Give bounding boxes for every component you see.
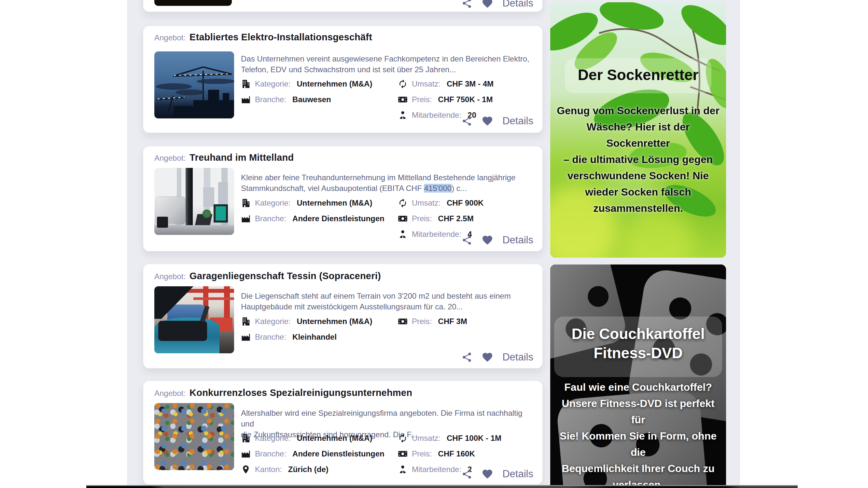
factory-icon <box>241 449 251 459</box>
listing-thumbnail <box>154 0 232 6</box>
ad-title: Die Couchkartoffel Fitness-DVD <box>550 324 726 363</box>
meta-branche: Branche: Andere Dienstleistungen <box>241 212 384 225</box>
ad-banner-sockenretter[interactable]: Der Sockenretter Genug vom Sockenverlust… <box>550 2 726 258</box>
building-icon <box>241 317 251 326</box>
offer-prefix: Angebot: <box>154 33 186 42</box>
factory-icon <box>241 332 251 342</box>
listing-actions: Details <box>461 468 533 480</box>
building-icon <box>241 198 251 208</box>
offer-prefix: Angebot: <box>154 154 186 163</box>
selection-highlight: 415'000 <box>424 184 452 193</box>
sync-arrows-icon <box>398 433 408 443</box>
heart-icon[interactable] <box>482 468 493 480</box>
heart-icon[interactable] <box>482 351 493 363</box>
listing-title: Treuhand im Mittelland <box>189 152 294 163</box>
listing-thumbnail <box>154 403 234 470</box>
banknote-icon <box>398 317 408 326</box>
heart-icon[interactable] <box>482 0 493 9</box>
sync-arrows-icon <box>398 198 408 208</box>
ad-body: Genug vom Sockenverlust in derWäsche? Hi… <box>557 102 719 216</box>
listing-thumbnail <box>154 52 234 119</box>
building-icon <box>241 79 251 89</box>
listing-description: Kleine aber feine Treuhandunternehmung i… <box>241 172 534 194</box>
meta-branche: Branche: Kleinhandel <box>241 330 337 344</box>
details-link[interactable]: Details <box>502 351 533 363</box>
meta-mitarbeitende: Mitarbeitende: 4 <box>398 228 472 241</box>
meta-kategorie: Kategorie: Unternehmen (M&A) <box>241 315 372 328</box>
listing-actions: Details <box>461 351 533 363</box>
factory-icon <box>241 95 251 104</box>
meta-kategorie: Kategorie: Unternehmen (M&A) <box>241 196 372 209</box>
meta-preis: Preis: CHF 3M <box>398 315 467 328</box>
listing-description: Die Liegenschaft steht auf einem Terrain… <box>241 291 534 312</box>
listing-actions: Details <box>461 234 533 246</box>
listing-title: Garagenliegenschaft Tessin (Sopraceneri) <box>189 271 381 282</box>
meta-preis: Preis: CHF 750K - 1M <box>398 93 493 106</box>
building-icon <box>241 433 251 443</box>
share-nodes-icon[interactable] <box>461 468 472 480</box>
listing-thumbnail <box>154 168 234 235</box>
listing-card: Angebot: Treuhand im Mittelland Kleine a… <box>143 147 542 251</box>
heart-icon[interactable] <box>482 234 493 246</box>
listing-card: Angebot: Etabliertes Elektro-Installatio… <box>143 26 542 133</box>
listing-actions: Details <box>461 0 533 9</box>
details-link[interactable]: Details <box>502 0 533 9</box>
meta-umsatz: Umsatz: CHF 100K - 1M <box>398 432 501 445</box>
page: Details Angebot: Etabliertes Elektro-Ins… <box>0 0 868 488</box>
meta-branche: Branche: Bauwesen <box>241 93 331 106</box>
meta-branche: Branche: Andere Dienstleistungen <box>241 447 384 460</box>
meta-kanton: Kanton: Zürich (de) <box>241 463 329 476</box>
person-icon <box>398 110 408 120</box>
meta-umsatz: Umsatz: CHF 900K <box>398 196 484 209</box>
offer-prefix: Angebot: <box>154 272 186 281</box>
listing-description: Das Unternehmen vereint ausgewiesene Fac… <box>241 53 534 75</box>
listing-title: Etabliertes Elektro-Installationsgeschäf… <box>189 32 372 43</box>
meta-kategorie: Kategorie: Unternehmen (M&A) <box>241 432 372 445</box>
listing-thumbnail <box>154 286 234 353</box>
factory-icon <box>241 214 251 224</box>
share-nodes-icon[interactable] <box>461 352 472 363</box>
listing-card-partial: Details <box>143 0 542 12</box>
meta-kategorie: Kategorie: Unternehmen (M&A) <box>241 77 372 91</box>
banknote-icon <box>398 95 408 104</box>
meta-umsatz: Umsatz: CHF 3M - 4M <box>398 77 494 91</box>
footer-top-edge <box>86 485 798 488</box>
banknote-icon <box>398 449 408 459</box>
heart-icon[interactable] <box>482 115 493 127</box>
person-icon <box>398 229 408 239</box>
sync-arrows-icon <box>398 79 408 89</box>
ad-banner-couchkartoffel[interactable]: Die Couchkartoffel Fitness-DVD Faul wie … <box>550 264 726 485</box>
offer-prefix: Angebot: <box>154 389 186 398</box>
meta-preis: Preis: CHF 160K <box>398 447 475 460</box>
banknote-icon <box>398 214 408 224</box>
share-nodes-icon[interactable] <box>461 116 472 127</box>
listing-card: Angebot: Konkurrenzloses Spezialreinigun… <box>143 381 542 484</box>
meta-mitarbeitende: Mitarbeitende: 2 <box>398 463 472 476</box>
details-link[interactable]: Details <box>502 234 533 246</box>
listing-card: Angebot: Garagenliegenschaft Tessin (Sop… <box>143 264 542 368</box>
listing-actions: Details <box>461 115 533 127</box>
map-pin-icon <box>241 464 251 474</box>
meta-preis: Preis: CHF 2.5M <box>398 212 474 225</box>
details-link[interactable]: Details <box>502 468 533 480</box>
person-icon <box>398 464 408 474</box>
share-nodes-icon[interactable] <box>461 234 472 246</box>
details-link[interactable]: Details <box>502 115 533 127</box>
ad-title: Der Sockenretter <box>550 66 726 84</box>
ad-body: Faul wie eine Couchkartoffel?Unsere Fitn… <box>555 379 721 485</box>
listing-title: Konkurrenzloses Spezialreinigungsunterne… <box>189 388 412 398</box>
share-nodes-icon[interactable] <box>461 0 472 9</box>
